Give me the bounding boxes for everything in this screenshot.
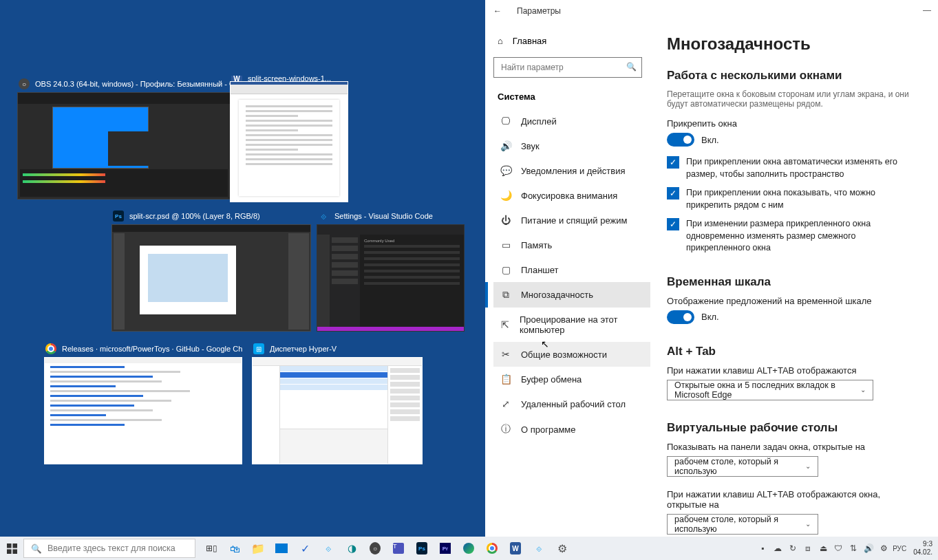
taskbar-obs[interactable]: ○ — [363, 537, 387, 560]
settings-titlebar: ← Параметры — — [485, 0, 938, 22]
nav-item-remote[interactable]: ⤢Удаленный рабочий стол — [493, 391, 650, 416]
nav-item-tablet[interactable]: ▢Планшет — [493, 257, 650, 282]
tray-network-icon[interactable]: ⇅ — [847, 542, 860, 554]
tray-usb-icon[interactable]: ⏏ — [817, 542, 829, 554]
tray-dropbox-icon[interactable]: ⧈ — [802, 542, 814, 554]
checkbox-icon[interactable]: ✓ — [667, 187, 679, 200]
minimize-button[interactable]: — — [923, 6, 931, 15]
nav-item-sound[interactable]: 🔊Звук — [493, 133, 650, 158]
nav-item-power[interactable]: ⏻Питание и спящий режим — [493, 208, 650, 233]
nav-item-display[interactable]: 🖵Дисплей — [493, 109, 650, 133]
svg-rect-0 — [7, 543, 12, 548]
window-thumb-photoshop[interactable]: Pssplit-scr.psd @ 100% (Layer 8, RGB/8) — [111, 208, 311, 332]
edge-icon — [463, 543, 474, 554]
folder-icon: 📁 — [251, 542, 265, 555]
taskbar-premiere[interactable]: Pr — [434, 537, 457, 560]
window-thumb-vscode[interactable]: ⟐Settings - Visual Studio Code Commonly … — [317, 208, 465, 332]
taskbar-search[interactable]: 🔍Введите здесь текст для поиска — [23, 539, 195, 558]
taskbar-edge[interactable] — [457, 537, 480, 560]
snap-check-1[interactable]: ✓При прикреплении окна автоматически изм… — [667, 156, 921, 180]
settings-nav: ⌂Главная 🔍 Система 🖵Дисплей 🔊Звук 💬Уведо… — [485, 22, 650, 537]
vdesktop-label-1: Показывать на панели задач окна, открыты… — [667, 442, 921, 452]
task-view-icon: ⊞▯ — [206, 543, 217, 553]
power-icon: ⏻ — [500, 215, 511, 226]
taskbar-settings[interactable]: ⚙ — [551, 537, 574, 560]
window-thumb-obs[interactable]: ○OBS 24.0.3 (64-bit, windows) - Профиль:… — [17, 76, 231, 200]
task-view-button[interactable]: ⊞▯ — [200, 537, 223, 560]
thumb-title: Releases · microsoft/PowerToys · GitHub … — [62, 345, 242, 353]
snap-toggle[interactable]: Вкл. — [667, 133, 921, 147]
taskbar-store[interactable]: 🛍 — [223, 537, 246, 560]
tray-power-icon[interactable]: ⚙ — [877, 542, 890, 554]
tablet-icon: ▢ — [500, 264, 511, 275]
checkbox-icon[interactable]: ✓ — [667, 218, 679, 230]
photoshop-icon: Ps — [113, 211, 124, 222]
nav-item-storage[interactable]: ▭Память — [493, 233, 650, 257]
tray-security-icon[interactable]: 🛡 — [832, 542, 844, 554]
thumb-title: Диспетчер Hyper-V — [270, 345, 337, 353]
chrome-icon — [45, 343, 56, 354]
taskbar-mail[interactable] — [270, 537, 293, 560]
nav-item-notifications[interactable]: 💬Уведомления и действия — [493, 158, 650, 183]
obs-icon: ○ — [19, 78, 30, 89]
chevron-down-icon: ⌄ — [805, 462, 811, 470]
tray-clock[interactable]: 9:304.02. — [913, 540, 932, 557]
snap-check-2[interactable]: ✓При прикреплении окна показывать, что м… — [667, 187, 921, 211]
obs-icon: ○ — [370, 542, 381, 554]
photoshop-icon: Ps — [416, 542, 427, 554]
section-alttab: Alt + Tab — [667, 345, 921, 358]
taskbar-explorer[interactable]: 📁 — [246, 537, 270, 560]
home-icon: ⌂ — [498, 36, 503, 46]
toggle-switch[interactable] — [667, 133, 694, 147]
snap-label: Прикрепить окна — [667, 118, 921, 129]
svg-rect-2 — [7, 549, 12, 554]
chevron-down-icon: ⌄ — [805, 520, 811, 528]
vdesktop-select-1[interactable]: рабочем столе, который я использую⌄ — [667, 456, 818, 477]
section-timeline: Временная шкала — [667, 275, 921, 289]
window-thumb-word[interactable]: Wsplit-screen-windows-1... — [230, 76, 348, 200]
back-button[interactable]: ← — [493, 6, 502, 16]
about-icon: ⓘ — [500, 423, 511, 435]
storage-icon: ▭ — [500, 239, 511, 250]
tray-onedrive-icon[interactable]: ☁ — [771, 542, 784, 554]
checkbox-icon[interactable]: ✓ — [667, 156, 679, 169]
vdesktop-select-2[interactable]: рабочем столе, который я использую⌄ — [667, 514, 818, 535]
search-input[interactable] — [493, 57, 642, 78]
alttab-select[interactable]: Открытые окна и 5 последних вкладок в Mi… — [667, 380, 873, 400]
taskbar-sharepoint[interactable]: ◑ — [340, 537, 363, 560]
toggle-switch[interactable] — [667, 310, 694, 324]
vdesktop-label-2: При нажатии клавиш ALT+TAB отображаются … — [667, 489, 921, 510]
taskbar-vscode-2[interactable]: ⟐ — [527, 537, 551, 560]
taskbar-chrome[interactable] — [480, 537, 504, 560]
vscode-icon: ⟐ — [318, 211, 329, 222]
timeline-toggle[interactable]: Вкл. — [667, 310, 921, 324]
nav-item-about[interactable]: ⓘО программе — [493, 416, 650, 442]
nav-item-clipboard[interactable]: 📋Буфер обмена — [493, 367, 650, 391]
taskbar-word[interactable]: W — [504, 537, 527, 560]
taskbar-todo[interactable]: ✓ — [293, 537, 317, 560]
nav-item-shared[interactable]: ✂Общие возможности — [493, 342, 650, 367]
word-icon: W — [510, 542, 521, 554]
snap-check-3[interactable]: ✓При изменении размера прикрепленного ок… — [667, 218, 921, 255]
notifications-icon: 💬 — [500, 165, 511, 176]
section-vdesktop: Виртуальные рабочие столы — [667, 421, 921, 435]
nav-item-multitasking[interactable]: ⧉Многозадачность — [493, 282, 650, 308]
thumb-title: Settings - Visual Studio Code — [334, 212, 433, 220]
nav-search[interactable]: 🔍 — [493, 57, 642, 78]
taskbar-photoshop[interactable]: Ps — [410, 537, 434, 560]
start-button[interactable] — [0, 537, 23, 560]
teams-icon: T — [393, 543, 404, 554]
tray-volume-icon[interactable]: 🔊 — [862, 542, 875, 554]
tray-sync-icon[interactable]: ↻ — [787, 542, 799, 554]
window-thumb-hyperv[interactable]: ⊞Диспетчер Hyper-V — [252, 341, 423, 464]
taskbar-teams[interactable]: T — [387, 537, 410, 560]
taskbar-vscode[interactable]: ⟐ — [317, 537, 340, 560]
gear-icon: ⚙ — [557, 542, 567, 555]
tray-app-icon[interactable]: ▪ — [756, 542, 769, 554]
nav-home[interactable]: ⌂Главная — [493, 30, 650, 52]
window-thumb-chrome[interactable]: Releases · microsoft/PowerToys · GitHub … — [44, 341, 242, 464]
nav-item-projecting[interactable]: ⇱Проецирование на этот компьютер — [493, 308, 650, 342]
nav-item-focus[interactable]: 🌙Фокусировка внимания — [493, 183, 650, 208]
tray-language[interactable]: РУС — [893, 542, 906, 554]
sharepoint-icon: ◑ — [348, 542, 356, 554]
